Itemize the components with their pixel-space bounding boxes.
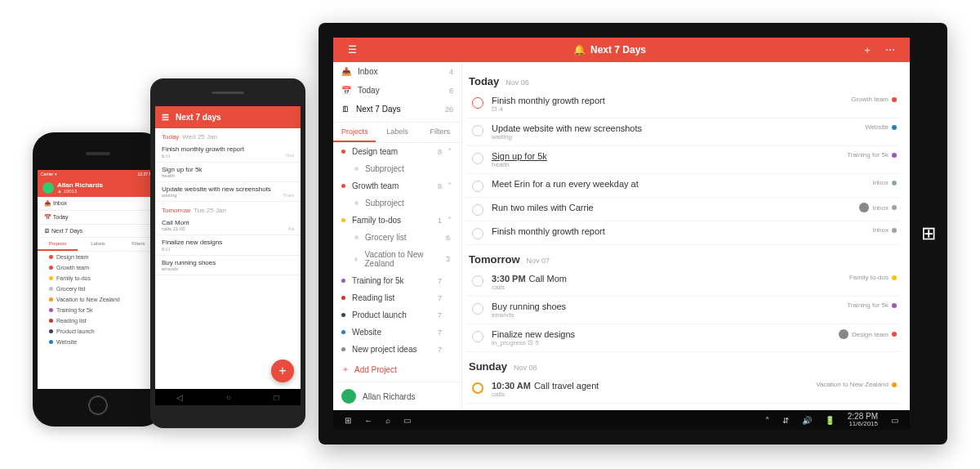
tab-labels[interactable]: Labels (376, 123, 418, 142)
task-item[interactable]: Sign up for 5khealth (155, 163, 301, 182)
project-color-dot (49, 308, 53, 312)
task-item[interactable]: Update website with new screenshots wait… (467, 118, 898, 146)
task-checkbox[interactable] (472, 97, 483, 109)
task-item[interactable]: Finalize new designs6 ⊡ (155, 235, 301, 256)
add-icon[interactable]: ＋ (856, 43, 879, 57)
project-item[interactable]: Grocery list (38, 284, 158, 294)
project-item[interactable]: Training for 5k7 (333, 272, 461, 289)
count-badge: 7 (438, 346, 445, 354)
tray-wifi-icon[interactable]: ⇵ (776, 416, 795, 425)
add-project-button[interactable]: ＋ Add Project (333, 357, 461, 382)
project-item[interactable]: Design team (38, 252, 158, 262)
task-item[interactable]: Run two miles with Carrie Inbox (467, 198, 898, 221)
project-name: Subproject (365, 199, 404, 208)
menu-icon[interactable]: ☰ (341, 44, 363, 56)
search-icon[interactable]: ⌕ (379, 416, 397, 425)
tray-battery-icon[interactable]: 🔋 (818, 416, 841, 425)
taskview-icon[interactable]: ▭ (397, 416, 417, 425)
subproject-item[interactable]: Grocery list6 (333, 229, 461, 246)
count-badge: 7 (438, 328, 445, 337)
project-item[interactable]: Vacation to New Zealand (38, 294, 158, 305)
project-item[interactable]: Growth team8˄ (333, 177, 461, 194)
chevron-up-icon[interactable]: ˄ (445, 216, 453, 225)
recent-button[interactable]: □ (274, 393, 279, 402)
nav-inbox[interactable]: 📥 Inbox (38, 197, 158, 211)
task-item[interactable]: Finalize new designs in_progress ⊡ 5 Des… (467, 324, 898, 352)
back-button[interactable]: ◁ (176, 393, 183, 402)
windows-button[interactable]: ⊞ (921, 223, 936, 244)
day-date: Nov 08 (514, 364, 537, 372)
nav-label: Next 7 Days (51, 228, 82, 234)
project-item[interactable]: Website7 (333, 324, 461, 341)
project-label: Inbox (872, 179, 889, 186)
project-item[interactable]: Website (38, 337, 158, 347)
plus-icon: ＋ (341, 364, 350, 375)
chevron-up-icon[interactable]: ˄ (445, 147, 453, 156)
sidebar-item-inbox[interactable]: 📥Inbox4 (333, 62, 461, 81)
add-task-fab[interactable]: + (271, 360, 294, 382)
project-item[interactable]: Training for 5k (38, 305, 158, 315)
project-item[interactable]: Reading list (38, 315, 158, 326)
task-item[interactable]: Update website with new screenshotswaiti… (155, 182, 301, 202)
task-checkbox[interactable] (472, 303, 483, 315)
task-meta: Inbox (872, 179, 897, 186)
nav-label: Inbox (53, 200, 67, 206)
back-icon[interactable]: ← (358, 416, 379, 425)
sidebar-item-today[interactable]: 📅Today6 (333, 81, 461, 100)
task-checkbox[interactable] (472, 228, 483, 239)
next7-icon: 🗓 (341, 105, 350, 114)
tab-filters[interactable]: Filters (419, 123, 461, 142)
home-button[interactable] (88, 395, 108, 415)
project-item[interactable]: Growth team (38, 262, 158, 273)
task-item[interactable]: Finish monthly growth report Inbox (467, 221, 898, 245)
task-item[interactable]: Sign up for 5k health Training for 5k (467, 146, 898, 174)
project-item[interactable]: Product launch7 (333, 306, 461, 324)
task-item[interactable]: Finish monthly growth report ⊡ 4 Growth … (467, 91, 898, 118)
task-checkbox[interactable] (472, 181, 483, 192)
menu-icon[interactable]: ☰ (162, 113, 169, 122)
project-item[interactable]: Family to-dos (38, 273, 158, 284)
task-checkbox[interactable] (472, 331, 483, 342)
project-item[interactable]: Design team8˄ (333, 143, 461, 160)
task-item[interactable]: Call Momcalls 21:00 Fa (155, 216, 301, 235)
task-item[interactable]: Buy running shoeserrands (155, 256, 301, 275)
task-checkbox[interactable] (472, 204, 483, 216)
project-item[interactable]: Product launch (38, 326, 158, 337)
bell-icon[interactable]: 🔔 (573, 44, 586, 56)
project-list: Design team8˄SubprojectGrowth team8˄Subp… (333, 143, 461, 357)
task-item[interactable]: 3:30 PMCall Mom calls Family to-dos (467, 269, 898, 297)
task-item[interactable]: Buy running shoes errands Training for 5… (467, 297, 898, 324)
tab-labels[interactable]: Labels (78, 238, 118, 251)
task-checkbox[interactable] (472, 153, 483, 164)
tab-projects[interactable]: Projects (333, 123, 376, 142)
sidebar-item-next7[interactable]: 🗓Next 7 Days26 (333, 100, 461, 118)
chevron-up-icon[interactable]: ˄ (445, 181, 453, 190)
task-item[interactable]: Finish monthly growth report6 ⊡ Gro (155, 142, 301, 163)
start-icon[interactable]: ⊞ (338, 416, 358, 425)
subproject-item[interactable]: Vacation to New Zealand3 (333, 246, 461, 272)
more-icon[interactable]: ⋯ (879, 44, 902, 56)
nav-next7[interactable]: 🗓 Next 7 Days (38, 225, 158, 238)
tab-projects[interactable]: Projects (38, 238, 78, 251)
task-item[interactable]: 10:30 AMCall travel agent calls Vacation… (467, 376, 898, 404)
project-color-dot (892, 332, 897, 337)
home-button[interactable]: ○ (226, 393, 231, 402)
project-item[interactable]: Family to-dos1˄ (333, 212, 461, 229)
subproject-item[interactable]: Subproject (333, 160, 461, 177)
subproject-item[interactable]: Subproject (333, 194, 461, 212)
user-row[interactable]: Allan Richards (333, 382, 461, 410)
task-checkbox[interactable] (472, 382, 483, 394)
task-checkbox[interactable] (472, 275, 483, 287)
project-name: Growth team (352, 181, 399, 190)
notifications-icon[interactable]: ▭ (884, 416, 905, 425)
nav-today[interactable]: 📅 Today (38, 211, 158, 225)
task-item[interactable]: Meet Erin for a run every weekday at Inb… (467, 174, 898, 198)
avatar[interactable] (42, 182, 54, 194)
project-item[interactable]: New project ideas7 (333, 341, 461, 357)
project-color-dot (49, 287, 53, 291)
tray-volume-icon[interactable]: 🔊 (795, 416, 818, 425)
clock[interactable]: 2:28 PM 11/6/2015 (841, 412, 884, 428)
project-item[interactable]: Reading list7 (333, 289, 461, 306)
tray-chevron-icon[interactable]: ˄ (759, 416, 776, 425)
task-checkbox[interactable] (472, 125, 483, 136)
